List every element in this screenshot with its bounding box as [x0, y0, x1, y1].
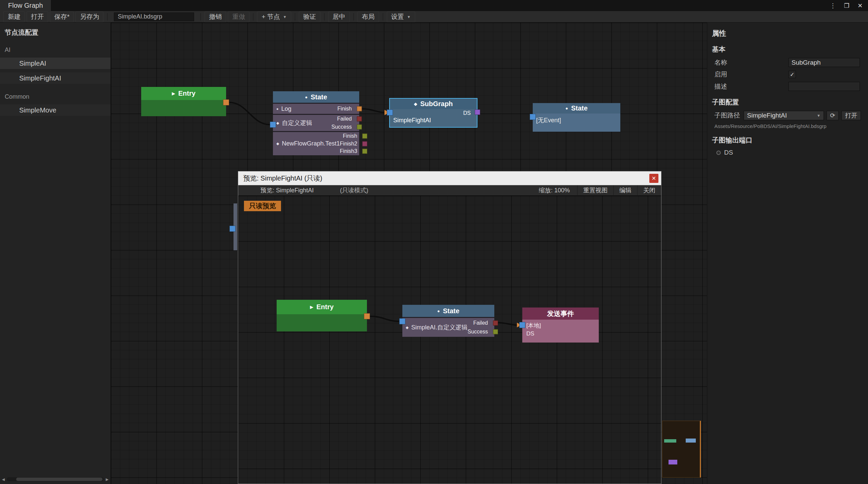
- state-node[interactable]: ● State ● Log Finish: [273, 91, 359, 155]
- filename-field[interactable]: SimpleAI.bdsgrp: [114, 12, 194, 21]
- entry-output-port[interactable]: [223, 99, 229, 105]
- state-node[interactable]: ● State [无Event]: [533, 103, 620, 132]
- wire-finish-to-subgraph[interactable]: [362, 109, 384, 112]
- redo-button[interactable]: 重做: [228, 11, 249, 22]
- finish-output-port[interactable]: [357, 106, 362, 111]
- event-row[interactable]: ◆ 自定义逻辑 Failed Success: [273, 115, 359, 131]
- edit-button[interactable]: 编辑: [613, 185, 637, 196]
- entry-node[interactable]: ▶ Entry: [141, 87, 226, 116]
- node-title: Entry: [178, 90, 195, 97]
- ds-output-port[interactable]: [475, 109, 480, 115]
- sidebar-horizontal-scrollbar[interactable]: ◀ ▶: [0, 477, 111, 482]
- state-input-port[interactable]: [399, 318, 405, 324]
- section-output-ports: 子图输出端口: [712, 136, 868, 145]
- scroll-right-icon[interactable]: ▶: [104, 477, 111, 482]
- subgraph-input-port[interactable]: [387, 109, 393, 116]
- enabled-row: 启用 ✓: [714, 70, 868, 79]
- scrollbar-thumb[interactable]: [16, 478, 102, 481]
- layout-button[interactable]: 布局: [358, 11, 379, 22]
- minimap[interactable]: [662, 421, 701, 478]
- preview-toolbar: 预览: SimpleFightAI (只读模式) 缩放: 100% 重置视图 编…: [238, 185, 661, 196]
- center-label: 居中: [333, 12, 345, 21]
- diamond-icon: ◆: [414, 101, 417, 106]
- sidebar-item-label: SimpleMove: [19, 106, 56, 114]
- success-output-port[interactable]: [357, 124, 362, 129]
- open-subgraph-button[interactable]: 打开: [841, 111, 861, 120]
- sidebar-item-simpleai[interactable]: SimpleAI: [0, 58, 111, 69]
- state-input-port[interactable]: [270, 122, 276, 128]
- wire-entry-to-state[interactable]: [370, 316, 399, 321]
- preview-close-button[interactable]: ✕: [649, 174, 658, 183]
- success-output-port[interactable]: [493, 329, 498, 334]
- failed-output-port[interactable]: [493, 320, 498, 325]
- enabled-checkbox[interactable]: ✓: [788, 71, 796, 78]
- open-button[interactable]: 打开: [27, 11, 48, 22]
- port-line: Success: [468, 328, 495, 336]
- description-input[interactable]: [788, 82, 860, 91]
- settings-dropdown[interactable]: 设置 ▼: [387, 11, 415, 22]
- node-body: DS SimpleFightAI: [390, 109, 477, 127]
- maximize-icon[interactable]: ❐: [844, 2, 849, 9]
- event-port-label: DS: [526, 330, 599, 338]
- filename-text: SimpleAI.bdsgrp: [118, 13, 162, 20]
- preview-canvas[interactable]: 只读预览 ▶ Entry ● State: [238, 196, 661, 484]
- preview-state-node[interactable]: ● State ◆ SimpleAI.自定义逻辑: [402, 305, 494, 337]
- entry-output-port[interactable]: [364, 313, 370, 319]
- center-button[interactable]: 居中: [328, 11, 350, 22]
- readonly-badge: 只读预览: [244, 201, 281, 211]
- graph-canvas[interactable]: ▶ Entry ● State ● Log: [111, 23, 707, 484]
- port-label: Success: [468, 329, 488, 335]
- port-dot-icon: [716, 151, 721, 155]
- flow-graph-app: Flow Graph ⋮ ❐ ✕ 新建 打开 保存* 另存为 SimpleAI.…: [0, 0, 868, 484]
- event-row[interactable]: ● Log Finish: [273, 104, 359, 114]
- send-event-input-port[interactable]: [519, 322, 525, 328]
- name-input[interactable]: [788, 58, 860, 67]
- subgraph-node[interactable]: ◆ SubGraph DS SimpleFightAI: [389, 98, 477, 128]
- add-node-dropdown[interactable]: + 节点 ▼: [257, 11, 291, 22]
- reset-view-button[interactable]: 重置视图: [577, 185, 613, 196]
- wire-entry-to-state[interactable]: [229, 102, 270, 125]
- event-row[interactable]: ◆ SimpleAI.自定义逻辑 Failed Succes: [402, 318, 494, 337]
- scrollbar-track[interactable]: [7, 477, 104, 481]
- validate-button[interactable]: 验证: [299, 11, 320, 22]
- port-label: DS: [463, 110, 471, 116]
- event-row[interactable]: ◆ NewFlowGraph.Test1 Finish Finish2: [273, 132, 359, 155]
- node-header: ● State: [533, 103, 620, 114]
- finish-output-port[interactable]: [362, 134, 367, 139]
- node-header: ▶ Entry: [277, 300, 367, 314]
- preview-titlebar[interactable]: 预览: SimpleFightAI (只读) ✕: [238, 171, 661, 185]
- occluded-input-port[interactable]: [229, 226, 236, 232]
- sidebar-item-simplefightai[interactable]: SimpleFightAI: [0, 72, 111, 84]
- main-area: 节点流配置 AI SimpleAI SimpleFightAI Common S…: [0, 23, 868, 484]
- scroll-left-icon[interactable]: ◀: [0, 477, 7, 482]
- preview-entry-node[interactable]: ▶ Entry: [277, 300, 367, 331]
- finish2-output-port[interactable]: [362, 141, 367, 146]
- subgraph-path-row: 子图路径 SimpleFightAI ▼ ⟳ 打开: [714, 111, 868, 120]
- send-event-node[interactable]: 发送事件 [本地] DS: [522, 308, 599, 343]
- close-icon[interactable]: ✕: [858, 2, 863, 9]
- check-icon: ✓: [790, 71, 794, 78]
- finish3-output-port[interactable]: [362, 149, 367, 154]
- preview-toolbar-title: 预览: SimpleFightAI: [260, 186, 314, 194]
- redo-label: 重做: [232, 12, 245, 21]
- name-label: 名称: [714, 58, 788, 67]
- menu-icon[interactable]: ⋮: [830, 2, 836, 9]
- close-preview-button[interactable]: 关闭: [637, 185, 661, 196]
- description-row: 描述: [714, 82, 868, 91]
- target-label: [本地]: [526, 322, 599, 330]
- app-tab[interactable]: Flow Graph: [0, 0, 51, 11]
- save-button[interactable]: 保存*: [50, 11, 74, 22]
- undo-button[interactable]: 撤销: [205, 11, 226, 22]
- subgraph-path-label: 子图路径: [714, 111, 744, 120]
- sidebar-item-simplemove[interactable]: SimpleMove: [0, 104, 111, 116]
- subgraph-path-select[interactable]: SimpleFightAI ▼: [744, 111, 824, 120]
- refresh-button[interactable]: ⟳: [827, 111, 839, 120]
- failed-output-port[interactable]: [357, 117, 362, 122]
- node-header: ◆ SubGraph: [390, 99, 477, 109]
- wire-failed-to-sendevent[interactable]: [497, 323, 517, 325]
- port-label: Failed: [473, 320, 488, 326]
- state-input-port[interactable]: [530, 114, 536, 120]
- sidebar-title: 节点流配置: [0, 23, 111, 37]
- save-as-button[interactable]: 另存为: [75, 11, 103, 22]
- new-button[interactable]: 新建: [3, 11, 25, 22]
